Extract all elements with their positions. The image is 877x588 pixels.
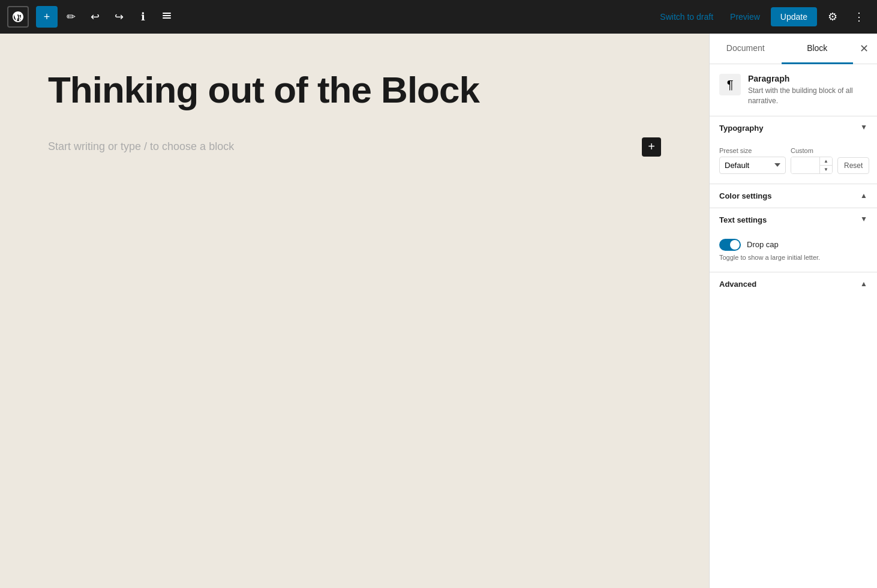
preview-button[interactable]: Preview — [724, 8, 766, 25]
add-block-button[interactable]: + — [36, 6, 58, 28]
plus-icon: + — [648, 140, 655, 154]
block-info-text: Paragraph Start with the building block … — [748, 74, 867, 106]
drop-cap-hint: Toggle to show a large initial letter. — [719, 253, 867, 262]
block-type-icon: ¶ — [719, 74, 741, 95]
text-settings-section-header[interactable]: Text settings ▲ — [710, 208, 877, 232]
redo-button[interactable]: ↪ — [108, 6, 130, 28]
reset-group: Reset — [837, 157, 867, 174]
increment-button[interactable]: ▲ — [820, 157, 832, 166]
update-button[interactable]: Update — [771, 7, 817, 26]
advanced-section-header[interactable]: Advanced ▲ — [710, 272, 877, 296]
add-icon: + — [44, 11, 50, 23]
sidebar-close-button[interactable]: ✕ — [853, 38, 875, 59]
list-icon — [161, 10, 172, 24]
toggle-slider — [719, 239, 741, 251]
drop-cap-toggle[interactable] — [719, 239, 741, 251]
paragraph-icon: ¶ — [727, 78, 734, 92]
decrement-button[interactable]: ▼ — [820, 166, 832, 173]
svg-rect-1 — [163, 15, 171, 16]
typography-section: Typography ▲ Preset size Default Small M… — [710, 116, 877, 184]
ellipsis-icon: ⋮ — [854, 10, 864, 23]
custom-size-label: Custom — [791, 147, 833, 154]
tab-document[interactable]: Document — [710, 34, 782, 64]
tools-button[interactable]: ✏ — [60, 6, 82, 28]
wordpress-logo[interactable] — [7, 6, 29, 28]
redo-icon: ↪ — [115, 10, 124, 23]
undo-icon: ↩ — [91, 10, 100, 23]
pencil-icon: ✏ — [67, 10, 76, 23]
color-settings-title: Color settings — [719, 191, 771, 200]
number-spinners: ▲ ▼ — [819, 157, 832, 173]
advanced-section: Advanced ▲ — [710, 272, 877, 296]
toggle-knob — [730, 240, 740, 250]
drop-cap-row: Drop cap — [719, 239, 867, 251]
svg-rect-0 — [163, 13, 171, 14]
text-settings-section: Text settings ▲ Drop cap Toggle to show … — [710, 208, 877, 272]
advanced-section-title: Advanced — [719, 280, 756, 289]
text-settings-title: Text settings — [719, 215, 767, 224]
more-options-button[interactable]: ⋮ — [848, 6, 870, 28]
preset-size-select[interactable]: Default Small Medium Large X-Large — [719, 157, 786, 174]
editor-area[interactable]: Thinking out of the Block Start writing … — [0, 34, 709, 588]
paragraph-placeholder[interactable]: Start writing or type / to choose a bloc… — [48, 134, 234, 159]
color-settings-section: Color settings ▲ — [710, 184, 877, 208]
color-settings-section-header[interactable]: Color settings ▲ — [710, 184, 877, 208]
settings-button[interactable]: ⚙ — [822, 6, 843, 28]
typography-section-header[interactable]: Typography ▲ — [710, 116, 877, 140]
undo-button[interactable]: ↩ — [84, 6, 106, 28]
reset-button[interactable]: Reset — [837, 157, 869, 174]
custom-size-input[interactable] — [791, 157, 819, 173]
block-type-description: Start with the building block of all nar… — [748, 86, 867, 106]
info-icon: ℹ — [141, 10, 145, 23]
text-settings-chevron-icon: ▲ — [860, 215, 867, 224]
drop-cap-label: Drop cap — [747, 240, 779, 249]
paragraph-block[interactable]: Start writing or type / to choose a bloc… — [48, 134, 661, 159]
switch-to-draft-button[interactable]: Switch to draft — [654, 8, 719, 25]
preset-size-label: Preset size — [719, 147, 786, 154]
main-toolbar: + ✏ ↩ ↪ ℹ Switch to draft Preview Update… — [0, 0, 877, 34]
svg-rect-2 — [163, 17, 171, 19]
typography-section-title: Typography — [719, 124, 763, 133]
list-view-button[interactable] — [156, 6, 178, 28]
typography-section-body: Preset size Default Small Medium Large X… — [710, 140, 877, 184]
typography-controls-row: Preset size Default Small Medium Large X… — [719, 147, 867, 174]
custom-size-input-group: ▲ ▼ — [791, 157, 833, 174]
info-button[interactable]: ℹ — [132, 6, 154, 28]
advanced-chevron-icon: ▲ — [860, 280, 867, 288]
block-type-title: Paragraph — [748, 74, 867, 83]
close-icon: ✕ — [860, 42, 869, 55]
typography-chevron-icon: ▲ — [860, 124, 867, 132]
block-info: ¶ Paragraph Start with the building bloc… — [710, 64, 877, 116]
custom-size-group: Custom ▲ ▼ — [791, 147, 833, 174]
sidebar-header: Document Block ✕ — [710, 34, 877, 64]
toolbar-right: Switch to draft Preview Update ⚙ ⋮ — [654, 6, 870, 28]
gear-icon: ⚙ — [828, 10, 837, 23]
inline-add-block-button[interactable]: + — [642, 137, 661, 157]
preset-size-group: Preset size Default Small Medium Large X… — [719, 147, 786, 174]
main-layout: Thinking out of the Block Start writing … — [0, 34, 877, 588]
color-settings-chevron-icon: ▲ — [860, 191, 867, 200]
post-heading[interactable]: Thinking out of the Block — [48, 70, 661, 110]
text-settings-body: Drop cap Toggle to show a large initial … — [710, 232, 877, 272]
tab-block[interactable]: Block — [782, 34, 854, 64]
sidebar: Document Block ✕ ¶ Paragraph Start with … — [709, 34, 877, 588]
